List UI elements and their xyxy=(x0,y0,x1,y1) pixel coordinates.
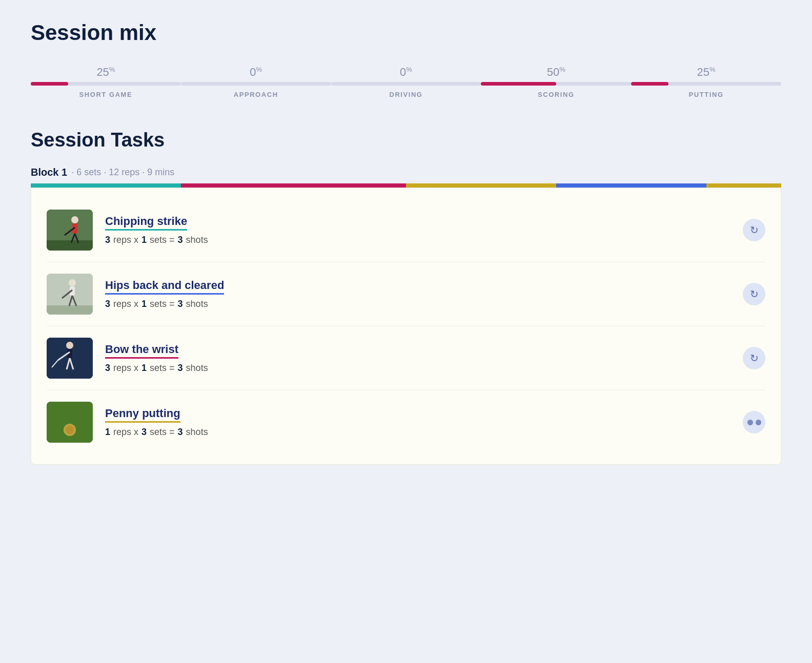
task-item-penny_putting: Penny putting1 reps x 3 sets = 3 shots xyxy=(47,390,765,454)
task-thumb-bow_the_wrist xyxy=(47,338,93,379)
refresh-icon: ↻ xyxy=(750,353,759,363)
task-sets-label: sets = xyxy=(150,427,175,438)
task-thumb-penny_putting xyxy=(47,402,93,443)
task-shots-num-chipping_strike: 3 xyxy=(178,235,183,245)
color-segment-3 xyxy=(556,183,706,188)
task-sets-num-bow_the_wrist: 1 xyxy=(141,363,147,374)
task-reps-chipping_strike: 3 reps x 1 sets = 3 shots xyxy=(105,235,730,245)
task-shots-label: shots xyxy=(186,235,208,245)
task-sets-num-chipping_strike: 1 xyxy=(141,235,147,245)
mix-percent-approach: 0% xyxy=(250,66,262,79)
block-color-bar xyxy=(31,183,781,188)
task-reps-label: reps x xyxy=(113,299,138,309)
task-reps-num-bow_the_wrist: 3 xyxy=(105,363,110,374)
task-title-hips_back_cleared[interactable]: Hips back and cleared xyxy=(105,279,224,295)
mix-label-approach: APPROACH xyxy=(234,91,278,98)
task-item-bow_the_wrist: Bow the wrist3 reps x 1 sets = 3 shots↻ xyxy=(47,326,765,390)
mix-percent-putting: 25% xyxy=(697,66,716,79)
task-reps-label: reps x xyxy=(113,363,138,374)
task-shots-num-bow_the_wrist: 3 xyxy=(178,363,183,374)
block-label: Block 1 xyxy=(31,167,67,178)
task-info-chipping_strike: Chipping strike3 reps x 1 sets = 3 shots xyxy=(105,215,730,245)
task-thumb-hips_back_cleared xyxy=(47,274,93,315)
session-mix-section: 25%SHORT GAME0%APPROACH0%DRIVING50%SCORI… xyxy=(31,66,781,98)
task-reps-bow_the_wrist: 3 reps x 1 sets = 3 shots xyxy=(105,363,730,374)
mix-bar-putting: 25%PUTTING xyxy=(631,66,781,98)
mix-fill-scoring xyxy=(481,82,556,86)
task-reps-label: reps x xyxy=(113,427,138,438)
color-segment-1 xyxy=(181,183,406,188)
mix-label-short_game: SHORT GAME xyxy=(79,91,133,98)
task-info-hips_back_cleared: Hips back and cleared3 reps x 1 sets = 3… xyxy=(105,279,730,309)
task-reps-num-penny_putting: 1 xyxy=(105,427,110,438)
task-shots-label: shots xyxy=(186,363,208,374)
task-info-bow_the_wrist: Bow the wrist3 reps x 1 sets = 3 shots xyxy=(105,343,730,374)
mix-track-putting xyxy=(631,82,781,86)
color-segment-0 xyxy=(31,183,181,188)
task-reps-penny_putting: 1 reps x 3 sets = 3 shots xyxy=(105,427,730,438)
dot-1 xyxy=(747,420,753,425)
svg-rect-21 xyxy=(47,402,93,443)
task-reps-hips_back_cleared: 3 reps x 1 sets = 3 shots xyxy=(105,299,730,309)
refresh-icon: ↻ xyxy=(750,225,759,235)
mix-bar-driving: 0%DRIVING xyxy=(331,66,481,98)
task-shots-num-penny_putting: 3 xyxy=(178,427,183,438)
svg-rect-1 xyxy=(47,240,93,251)
tasks-container: Chipping strike3 reps x 1 sets = 3 shots… xyxy=(31,188,781,465)
mix-bar-short_game: 25%SHORT GAME xyxy=(31,66,181,98)
svg-point-9 xyxy=(69,279,76,286)
session-tasks-title: Session Tasks xyxy=(31,129,781,151)
task-sets-label: sets = xyxy=(150,363,175,374)
task-reps-num-chipping_strike: 3 xyxy=(105,235,110,245)
mix-label-putting: PUTTING xyxy=(689,91,724,98)
task-sets-num-hips_back_cleared: 1 xyxy=(141,299,147,309)
color-segment-4 xyxy=(706,183,781,188)
task-refresh-button-hips_back_cleared[interactable]: ↻ xyxy=(743,283,765,305)
mix-percent-short_game: 25% xyxy=(96,66,115,79)
svg-point-15 xyxy=(66,342,73,349)
task-info-penny_putting: Penny putting1 reps x 3 sets = 3 shots xyxy=(105,407,730,438)
task-refresh-button-bow_the_wrist[interactable]: ↻ xyxy=(743,347,765,369)
svg-point-23 xyxy=(66,426,74,434)
task-title-chipping_strike[interactable]: Chipping strike xyxy=(105,215,187,231)
task-sets-label: sets = xyxy=(150,235,175,245)
task-shots-num-hips_back_cleared: 3 xyxy=(178,299,183,309)
task-reps-num-hips_back_cleared: 3 xyxy=(105,299,110,309)
task-sets-label: sets = xyxy=(150,299,175,309)
task-item-hips_back_cleared: Hips back and cleared3 reps x 1 sets = 3… xyxy=(47,262,765,326)
block-meta: · 6 sets · 12 reps · 9 mins xyxy=(71,167,174,178)
mix-label-driving: DRIVING xyxy=(389,91,422,98)
mix-bar-approach: 0%APPROACH xyxy=(181,66,331,98)
dot-2 xyxy=(756,420,761,425)
mix-bars: 25%SHORT GAME0%APPROACH0%DRIVING50%SCORI… xyxy=(31,66,781,98)
mix-track-short_game xyxy=(31,82,181,86)
mix-percent-scoring: 50% xyxy=(547,66,565,79)
mix-label-scoring: SCORING xyxy=(538,91,575,98)
task-title-bow_the_wrist[interactable]: Bow the wrist xyxy=(105,343,178,359)
task-shots-label: shots xyxy=(186,427,208,438)
mix-fill-short_game xyxy=(31,82,68,86)
mix-track-scoring xyxy=(481,82,631,86)
mix-fill-putting xyxy=(631,82,668,86)
refresh-icon: ↻ xyxy=(750,289,759,299)
task-reps-label: reps x xyxy=(113,235,138,245)
task-dots-button-penny_putting[interactable] xyxy=(743,411,765,433)
task-item-chipping_strike: Chipping strike3 reps x 1 sets = 3 shots… xyxy=(47,198,765,262)
task-thumb-chipping_strike xyxy=(47,210,93,251)
mix-track-approach xyxy=(181,82,331,86)
task-title-penny_putting[interactable]: Penny putting xyxy=(105,407,180,423)
mix-track-driving xyxy=(331,82,481,86)
mix-bar-scoring: 50%SCORING xyxy=(481,66,631,98)
task-shots-label: shots xyxy=(186,299,208,309)
svg-point-2 xyxy=(71,216,78,223)
task-sets-num-penny_putting: 3 xyxy=(141,427,147,438)
svg-rect-8 xyxy=(47,305,93,315)
task-refresh-button-chipping_strike[interactable]: ↻ xyxy=(743,219,765,241)
page-session-mix-title: Session mix xyxy=(31,20,781,45)
color-segment-2 xyxy=(406,183,556,188)
mix-percent-driving: 0% xyxy=(400,66,412,79)
block-header: Block 1 · 6 sets · 12 reps · 9 mins xyxy=(31,167,781,178)
